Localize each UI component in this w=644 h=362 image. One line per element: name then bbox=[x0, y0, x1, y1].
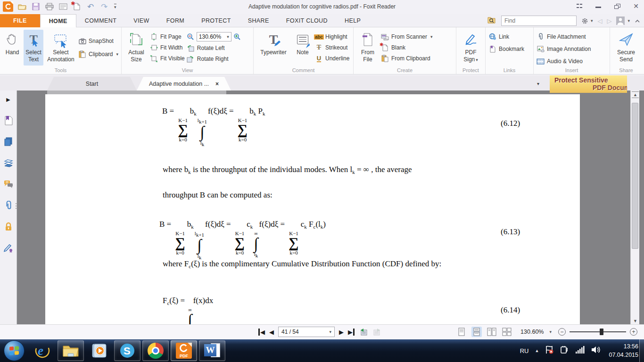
zoom-slider-thumb[interactable] bbox=[600, 329, 603, 335]
settings-menu[interactable]: ▾ bbox=[581, 17, 593, 25]
scrollbar-down-icon[interactable]: ▼ bbox=[632, 319, 639, 323]
layers-panel-icon[interactable] bbox=[3, 158, 14, 168]
typewriter-button[interactable]: T Typewriter bbox=[256, 30, 290, 66]
history-forward-icon[interactable]: ▷ bbox=[607, 17, 611, 25]
rotate-left-button[interactable]: Rotate Left bbox=[187, 44, 241, 52]
start-button[interactable] bbox=[4, 340, 25, 361]
scrollbar-split-handle[interactable]: ▲ bbox=[632, 91, 639, 98]
security-panel-icon[interactable] bbox=[3, 222, 14, 232]
tray-expand-icon[interactable]: ▲ bbox=[535, 348, 539, 353]
doc-tab-start[interactable]: Start bbox=[47, 77, 137, 90]
bookmarks-panel-icon[interactable] bbox=[3, 115, 14, 126]
clipboard-button[interactable]: Clipboard ▾ bbox=[78, 50, 118, 58]
tab-close-icon[interactable]: × bbox=[215, 81, 219, 87]
taskbar-foxit-button[interactable]: PDF bbox=[171, 340, 197, 361]
previous-page-button[interactable]: ◀ bbox=[269, 329, 274, 336]
volume-icon[interactable] bbox=[591, 346, 601, 355]
ad-banner[interactable]: Protect Sensitive PDF Docume bbox=[550, 75, 627, 93]
file-attachment-button[interactable]: File Attachment bbox=[537, 33, 591, 41]
comments-panel-icon[interactable] bbox=[3, 179, 14, 189]
zoom-slider[interactable] bbox=[570, 331, 626, 332]
history-back-icon[interactable]: ◁ bbox=[597, 17, 602, 25]
facing-view-button[interactable] bbox=[487, 327, 497, 337]
expand-panel-icon[interactable]: ▶ bbox=[3, 94, 14, 105]
tab-foxit-cloud[interactable]: FOXIT CLOUD bbox=[278, 14, 336, 27]
zoom-in-button[interactable]: + bbox=[630, 328, 637, 336]
previous-view-button[interactable] bbox=[359, 328, 368, 336]
highlight-button[interactable]: abc Highlight bbox=[315, 33, 349, 41]
fit-visible-button[interactable]: Fit Visible bbox=[150, 54, 185, 63]
from-file-button[interactable]: From File bbox=[356, 30, 379, 66]
select-text-button[interactable]: T Select Text bbox=[24, 30, 43, 66]
tab-comment[interactable]: COMMENT bbox=[76, 14, 125, 27]
first-page-button[interactable]: ◀ bbox=[258, 329, 265, 336]
zoom-in-icon[interactable] bbox=[233, 33, 241, 41]
audio-video-button[interactable]: Audio & Video bbox=[537, 57, 591, 66]
continuous-view-button[interactable] bbox=[471, 327, 482, 337]
search-folder-icon[interactable] bbox=[487, 16, 496, 25]
zoom-out-icon[interactable] bbox=[187, 33, 195, 41]
vertical-scrollbar[interactable]: ▲ ▼ bbox=[630, 90, 639, 324]
taskbar-word-button[interactable]: W bbox=[199, 340, 225, 361]
fit-page-button[interactable]: Fit Page bbox=[150, 33, 185, 41]
find-input[interactable] bbox=[502, 17, 580, 24]
status-zoom-value[interactable]: 130.60% bbox=[520, 329, 544, 335]
tab-file[interactable]: FILE bbox=[0, 14, 40, 27]
close-button[interactable]: ✕ bbox=[632, 3, 640, 9]
note-button[interactable]: Note bbox=[292, 30, 313, 66]
tab-help[interactable]: HELP bbox=[336, 14, 369, 27]
underline-button[interactable]: U Underline bbox=[315, 54, 349, 63]
collapse-ribbon-icon[interactable] bbox=[635, 16, 640, 25]
rotate-right-button[interactable]: Rotate Right bbox=[187, 55, 241, 63]
horizontal-scrollbar-thumb[interactable] bbox=[47, 90, 226, 94]
last-page-button[interactable]: ▶ bbox=[348, 329, 355, 336]
status-zoom-dropdown-icon[interactable]: ▾ bbox=[549, 329, 552, 334]
snapshot-button[interactable]: SnapShot bbox=[78, 37, 118, 45]
restyle-ui-icon[interactable] bbox=[575, 3, 584, 9]
network-signal-icon[interactable] bbox=[576, 346, 585, 355]
doc-tab-active[interactable]: Adaptive modulation ... × bbox=[137, 77, 231, 90]
zoom-out-button[interactable]: − bbox=[558, 328, 566, 336]
sidebar-resize-grip[interactable] bbox=[15, 192, 17, 220]
blank-button[interactable]: ✱ Blank bbox=[381, 43, 433, 52]
account-menu[interactable]: ▾ bbox=[616, 16, 630, 25]
attachments-panel-icon[interactable] bbox=[3, 200, 14, 211]
bookmark-button[interactable]: Bookmark bbox=[488, 45, 524, 53]
restore-button[interactable] bbox=[613, 3, 621, 9]
signatures-panel-icon[interactable] bbox=[3, 243, 14, 253]
tab-home[interactable]: HOME bbox=[40, 14, 76, 27]
action-center-icon[interactable] bbox=[545, 346, 554, 356]
link-button[interactable]: Link bbox=[488, 33, 524, 41]
taskbar-wmp-button[interactable] bbox=[86, 340, 112, 361]
hand-tool-button[interactable]: Hand bbox=[3, 30, 22, 66]
power-icon[interactable] bbox=[560, 346, 570, 356]
from-clipboard-button[interactable]: From Clipboard bbox=[381, 54, 433, 63]
taskbar-explorer-button[interactable] bbox=[58, 340, 84, 361]
taskbar-chrome-button[interactable] bbox=[142, 340, 169, 361]
tab-view[interactable]: VIEW bbox=[125, 14, 158, 27]
zoom-combobox[interactable]: 130.60% ▾ bbox=[197, 32, 231, 41]
tab-form[interactable]: FORM bbox=[158, 14, 193, 27]
next-page-button[interactable]: ▶ bbox=[339, 329, 344, 336]
actual-size-button[interactable]: Actual Size bbox=[124, 30, 148, 66]
tab-share[interactable]: SHARE bbox=[239, 14, 278, 27]
language-indicator[interactable]: RU bbox=[520, 347, 529, 354]
show-desktop-button[interactable] bbox=[639, 339, 644, 362]
next-view-button[interactable] bbox=[372, 328, 382, 336]
image-annotation-button[interactable]: Image Annotation bbox=[537, 45, 591, 53]
select-annotation-button[interactable]: Select Annotation bbox=[45, 30, 76, 66]
secure-send-button[interactable]: Secure Send bbox=[613, 30, 639, 66]
minimize-button[interactable] bbox=[594, 3, 603, 9]
tab-protect[interactable]: PROTECT bbox=[193, 14, 239, 27]
tab-list-dropdown-icon[interactable]: ▾ bbox=[537, 81, 539, 86]
pages-panel-icon[interactable] bbox=[3, 137, 14, 147]
clock[interactable]: 13:56 07.04.2015 bbox=[609, 342, 638, 359]
strikeout-button[interactable]: T Strikeout bbox=[315, 43, 349, 52]
from-scanner-button[interactable]: From Scanner ▾ bbox=[381, 33, 433, 41]
taskbar-ie-button[interactable]: e bbox=[29, 340, 56, 361]
taskbar-skype-button[interactable]: S bbox=[114, 340, 140, 361]
page-number-box[interactable]: 41 / 54 ▾ bbox=[278, 327, 335, 337]
single-page-view-button[interactable] bbox=[456, 327, 467, 337]
vertical-scrollbar-thumb[interactable] bbox=[632, 103, 638, 249]
pdf-sign-button[interactable]: PDF Sign▾ bbox=[459, 30, 482, 66]
